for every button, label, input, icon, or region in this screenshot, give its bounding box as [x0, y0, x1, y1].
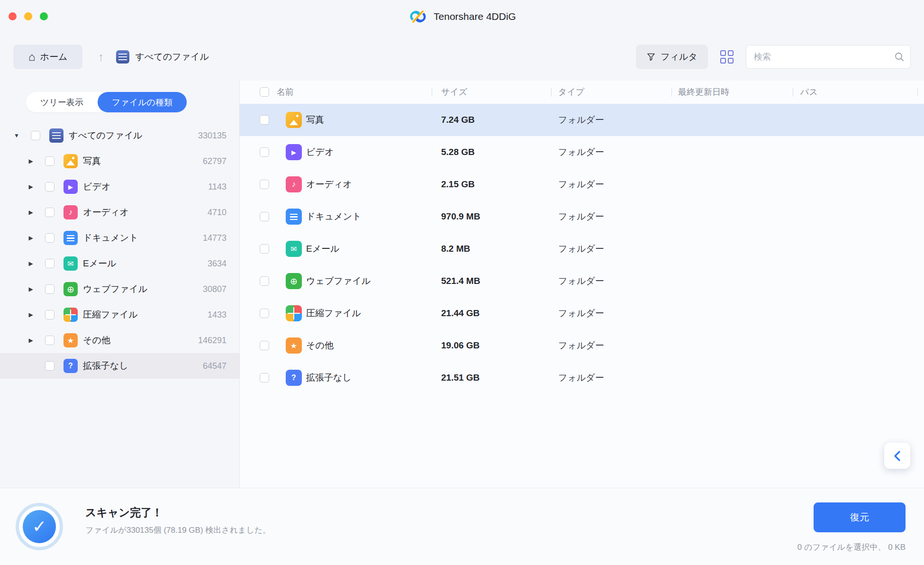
column-header-type[interactable]: タイプ — [558, 81, 584, 104]
expand-caret-icon[interactable]: ▶ — [27, 286, 35, 292]
checkbox[interactable] — [260, 212, 269, 221]
cell-size: 8.2 MB — [441, 233, 470, 265]
cell-size: 970.9 MB — [441, 200, 480, 233]
checkbox[interactable] — [260, 147, 269, 157]
cell-type: フォルダー — [558, 136, 604, 168]
checkbox[interactable] — [45, 208, 54, 217]
checkbox[interactable] — [45, 182, 54, 191]
checkbox[interactable] — [45, 284, 54, 294]
sidebar-item-email[interactable]: ▶ Eメール 3634 — [0, 251, 239, 276]
sidebar-item-photos[interactable]: ▶ 写真 62797 — [0, 148, 239, 174]
minimize-button[interactable] — [24, 12, 32, 20]
column-header-size[interactable]: サイズ — [441, 81, 467, 104]
table-row[interactable]: 拡張子なし 21.51 GB フォルダー — [240, 362, 924, 394]
cell-name: ビデオ — [306, 136, 334, 168]
web-icon — [63, 282, 78, 296]
cell-size: 21.51 GB — [441, 362, 480, 394]
sidebar-item-others[interactable]: ▶ その他 146291 — [0, 328, 239, 353]
expand-caret-icon[interactable]: ▶ — [27, 260, 35, 267]
table-row[interactable]: その他 19.06 GB フォルダー — [240, 329, 924, 362]
sidebar-item-label: 写真 — [83, 155, 101, 167]
select-all-checkbox[interactable] — [260, 87, 269, 97]
web-icon — [286, 273, 302, 289]
item-count: 1143 — [208, 182, 226, 192]
expand-caret-icon[interactable]: ▶ — [27, 235, 35, 241]
expand-caret-icon[interactable]: ▶ — [27, 337, 35, 344]
sidebar-item-no-extension[interactable]: ▶ 拡張子なし 64547 — [0, 353, 239, 379]
item-count: 62797 — [203, 156, 226, 166]
up-arrow-icon[interactable]: ↑ — [98, 50, 104, 64]
no-extension-icon — [286, 370, 302, 386]
expand-caret-icon[interactable]: ▶ — [27, 209, 35, 216]
table-row[interactable]: Eメール 8.2 MB フォルダー — [240, 233, 924, 265]
grid-view-button[interactable] — [720, 50, 734, 64]
checkbox[interactable] — [260, 115, 269, 125]
tab-tree-view[interactable]: ツリー表示 — [26, 92, 98, 112]
email-icon — [63, 256, 78, 271]
cell-size: 7.24 GB — [441, 104, 475, 136]
checkbox[interactable] — [45, 259, 54, 268]
breadcrumb[interactable]: すべてのファイル — [116, 50, 209, 64]
cell-type: フォルダー — [558, 297, 604, 329]
sidebar-item-all-files[interactable]: ▼ すべてのファイル 330135 — [0, 123, 239, 148]
checkbox[interactable] — [45, 156, 54, 166]
expand-caret-icon[interactable]: ▶ — [27, 183, 35, 190]
sidebar-item-label: すべてのファイル — [69, 129, 143, 142]
column-divider — [551, 88, 552, 97]
app-title: Tenorshare 4DDiG — [434, 11, 516, 22]
sidebar-item-videos[interactable]: ▶ ビデオ 1143 — [0, 174, 239, 200]
cell-type: フォルダー — [558, 104, 604, 136]
toolbar: ⌂ ホーム ↑ すべてのファイル フィルタ — [0, 33, 924, 81]
collapse-caret-icon[interactable]: ▼ — [13, 132, 20, 139]
collapse-panel-button[interactable] — [884, 443, 910, 469]
sidebar-item-archives[interactable]: ▶ 圧縮ファイル 1433 — [0, 302, 239, 328]
recover-button[interactable]: 復元 — [814, 502, 906, 532]
cell-size: 2.15 GB — [441, 168, 475, 200]
cell-size: 19.06 GB — [441, 329, 480, 362]
home-button[interactable]: ⌂ ホーム — [13, 45, 82, 69]
drive-icon — [49, 128, 63, 143]
table-row[interactable]: オーディオ 2.15 GB フォルダー — [240, 168, 924, 200]
expand-caret-icon[interactable]: ▶ — [27, 311, 35, 318]
table-row[interactable]: 写真 7.24 GB フォルダー — [240, 104, 924, 136]
expand-caret-icon[interactable]: ▶ — [27, 158, 35, 164]
search-icon[interactable] — [894, 52, 905, 62]
item-count: 330135 — [198, 131, 226, 141]
sidebar-item-label: 圧縮ファイル — [83, 309, 138, 321]
traffic-lights — [9, 12, 48, 20]
checkbox[interactable] — [45, 310, 54, 319]
column-header-name[interactable]: 名前 — [277, 81, 294, 104]
table-row[interactable]: 圧縮ファイル 21.44 GB フォルダー — [240, 297, 924, 329]
cell-size: 21.44 GB — [441, 297, 480, 329]
item-count: 64547 — [203, 361, 226, 371]
search-input[interactable] — [746, 45, 911, 69]
sidebar-item-web-files[interactable]: ▶ ウェブファイル 30807 — [0, 276, 239, 302]
other-icon — [63, 333, 78, 347]
checkbox[interactable] — [260, 276, 269, 286]
checkbox[interactable] — [45, 361, 54, 371]
close-button[interactable] — [9, 12, 17, 20]
sidebar-item-audio[interactable]: ▶ オーディオ 4710 — [0, 200, 239, 225]
checkbox[interactable] — [31, 131, 40, 140]
column-header-path[interactable]: パス — [800, 81, 818, 104]
checkbox[interactable] — [45, 336, 54, 345]
sidebar-item-label: ドキュメント — [83, 232, 138, 244]
email-icon — [286, 241, 302, 257]
table-row[interactable]: ドキュメント 970.9 MB フォルダー — [240, 200, 924, 233]
checkbox[interactable] — [45, 233, 54, 243]
sidebar-item-documents[interactable]: ▶ ドキュメント 14773 — [0, 225, 239, 251]
no-extension-icon — [63, 359, 78, 373]
table-row[interactable]: ウェブファイル 521.4 MB フォルダー — [240, 265, 924, 297]
checkbox[interactable] — [260, 244, 269, 254]
tab-file-type[interactable]: ファイルの種類 — [98, 92, 187, 112]
table-row[interactable]: ビデオ 5.28 GB フォルダー — [240, 136, 924, 168]
drive-icon — [116, 50, 129, 64]
filter-button[interactable]: フィルタ — [636, 45, 708, 69]
column-header-modified[interactable]: 最終更新日時 — [678, 81, 729, 104]
cell-name: その他 — [306, 329, 334, 362]
checkbox[interactable] — [260, 373, 269, 383]
checkbox[interactable] — [260, 180, 269, 189]
checkbox[interactable] — [260, 341, 269, 350]
maximize-button[interactable] — [40, 12, 48, 20]
checkbox[interactable] — [260, 309, 269, 318]
